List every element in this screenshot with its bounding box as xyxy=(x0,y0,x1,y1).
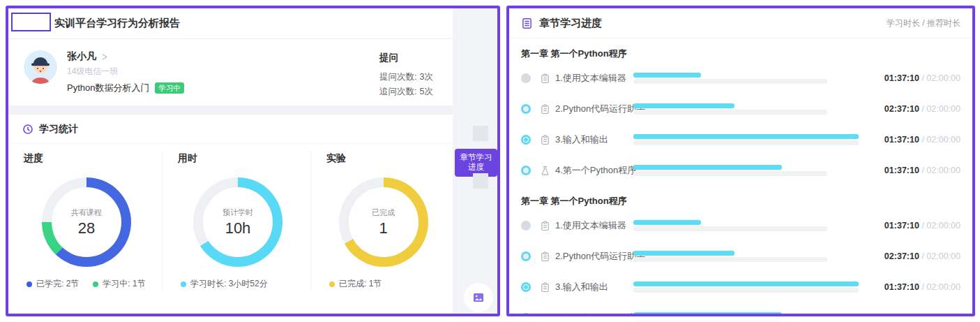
clipboard-icon xyxy=(540,104,551,115)
section-title: 第一章 第一个Python程序 xyxy=(521,45,960,63)
time-value: 01:37:10 / 02:00:00 xyxy=(859,135,960,145)
donut-center-label: 预计学时 xyxy=(223,207,253,218)
progress-bars xyxy=(633,164,859,177)
time-value: 02:37:10 / 02:00:00 xyxy=(859,104,960,114)
study-bar xyxy=(633,281,859,286)
chapter-item-label: 1.使用文本编辑器 xyxy=(555,219,633,232)
status-active-icon xyxy=(521,135,531,145)
study-bar xyxy=(633,134,859,139)
learning-stats-card: 学习统计 进度 共有课程 28 已学完: 2节 学习中: xyxy=(8,115,453,290)
chapter-item[interactable]: 3.输入和输出 01:37:10 / 02:00:00 xyxy=(521,124,960,155)
legend: 已学完: 2节 学习中: 1节 xyxy=(24,278,149,290)
experiment-column: 实验 已完成 1 已完成: 1节 xyxy=(310,152,453,290)
course-row: Python数据分析入门 学习中 xyxy=(67,82,184,94)
chapter-progress-button[interactable]: 章节学习进度 xyxy=(455,149,497,177)
recommend-bar xyxy=(633,79,827,84)
progress-column: 进度 共有课程 28 已学完: 2节 学习中: 1节 xyxy=(8,152,162,290)
status-in-progress-icon xyxy=(521,166,531,175)
clipboard-icon xyxy=(540,251,551,262)
column-label: 用时 xyxy=(178,152,298,165)
stats-columns: 进度 共有课程 28 已学完: 2节 学习中: 1节 xyxy=(8,144,453,290)
panel-title: 章节学习进度 xyxy=(539,17,602,30)
user-card: 张小凡 > 14级电信一班 Python数据分析入门 学习中 提问 提问次数:3… xyxy=(8,39,453,105)
chapter-item[interactable]: 1.使用文本编辑器 01:37:10 / 02:00:00 xyxy=(521,210,960,241)
chapter-progress-panel: 章节学习进度 学习时长 / 推荐时长 第一章 第一个Python程序 1.使用文… xyxy=(506,6,975,316)
time-donut-chart: 预计学时 10h xyxy=(193,177,282,267)
chapter-item[interactable]: 1.使用文本编辑器 01:37:10 / 02:00:00 xyxy=(521,63,960,94)
user-name-link[interactable]: 张小凡 > xyxy=(67,50,184,63)
qa-title: 提问 xyxy=(379,52,433,64)
chapter-item[interactable]: 2.Python代码运行助手 02:37:10 / 02:00:00 xyxy=(521,241,960,272)
chapter-item-label: 1.使用文本编辑器 xyxy=(555,72,633,85)
report-main: 实训平台学习行为分析报告 xyxy=(8,8,453,314)
recommend-bar xyxy=(633,226,827,231)
analysis-report-panel: 实训平台学习行为分析报告 xyxy=(6,6,500,316)
qa-row-followup: 追问次数:5次 xyxy=(379,85,433,99)
study-bar xyxy=(633,312,782,316)
side-strip: 章节学习进度 xyxy=(453,8,497,314)
qa-stats: 提问 提问次数:3次 追问次数:5次 xyxy=(379,50,437,99)
time-value: 02:37:10 / 02:00:00 xyxy=(859,251,960,261)
legend-dot xyxy=(93,281,98,287)
chapter-item-label: 3.输入和输出 xyxy=(555,281,633,293)
time-value: 01:37:10 / 02:00:00 xyxy=(859,166,960,175)
column-label: 进度 xyxy=(24,152,149,165)
chapter-item-label: 3.输入和输出 xyxy=(555,133,633,146)
progress-donut-chart: 共有课程 28 xyxy=(42,177,131,267)
chapter-item[interactable]: 4.第一个Python程序 01:37:10 / 02:00:00 xyxy=(521,302,960,316)
legend: 已完成: 1节 xyxy=(326,278,440,290)
clipboard-icon xyxy=(540,282,551,293)
study-bar xyxy=(633,251,734,256)
status-badge: 学习中 xyxy=(155,82,184,94)
legend-item: 学习时长: 3小时52分 xyxy=(181,278,268,290)
time-value: 01:37:10 / 02:00:00 xyxy=(859,282,960,292)
status-in-progress-icon xyxy=(521,251,531,261)
legend-item: 已学完: 2节 xyxy=(27,278,79,290)
time-value: 01:37:10 / 02:00:00 xyxy=(859,73,960,83)
legend-dot xyxy=(181,281,186,287)
progress-bars xyxy=(633,281,859,293)
recommend-bar xyxy=(633,288,859,293)
progress-bars xyxy=(633,312,859,316)
recommend-bar xyxy=(633,140,859,145)
chapter-item[interactable]: 3.输入和输出 01:37:10 / 02:00:00 xyxy=(521,272,960,302)
chapter-item-label: 2.Python代码运行助手 xyxy=(555,103,633,115)
chapter-list: 第一章 第一个Python程序 1.使用文本编辑器 01:37:10 / 02:… xyxy=(509,45,972,316)
status-pending-icon xyxy=(521,221,531,230)
donut-center-value: 1 xyxy=(379,219,387,237)
legend-item: 学习中: 1节 xyxy=(93,278,145,290)
recommend-bar xyxy=(633,110,827,115)
dashboard-page: 实训平台学习行为分析报告 xyxy=(0,0,980,322)
flask-icon xyxy=(540,313,551,317)
section-divider xyxy=(8,105,453,115)
time-value: 01:37:10 / 02:00:00 xyxy=(859,313,960,316)
clock-icon xyxy=(22,124,33,135)
chapter-item[interactable]: 2.Python代码运行助手 02:37:10 / 02:00:00 xyxy=(521,94,960,124)
qa-row-asked: 提问次数:3次 xyxy=(379,70,433,85)
progress-bars xyxy=(633,72,859,85)
donut-center-label: 共有课程 xyxy=(71,207,102,218)
donut-center-value: 10h xyxy=(225,219,251,237)
document-list-icon xyxy=(521,17,533,29)
user-name: 张小凡 xyxy=(67,50,96,63)
chapter-panel-header: 章节学习进度 学习时长 / 推荐时长 xyxy=(509,8,972,38)
chapter-item[interactable]: 4.第一个Python程序 01:37:10 / 02:00:00 xyxy=(521,155,960,186)
chevron-right-icon: > xyxy=(102,50,107,64)
study-bar xyxy=(633,73,701,78)
user-info: 张小凡 > 14级电信一班 Python数据分析入门 学习中 xyxy=(67,50,184,94)
clipboard-icon xyxy=(540,73,551,84)
clipboard-icon xyxy=(540,135,551,145)
status-in-progress-icon xyxy=(521,104,531,114)
study-bar xyxy=(633,165,782,170)
study-bar xyxy=(633,220,701,225)
study-bar xyxy=(633,103,734,108)
thumbnail-placeholder[interactable] xyxy=(473,173,488,189)
section-title: 第一章 第一个Python程序 xyxy=(521,192,960,210)
thumbnail-placeholder[interactable] xyxy=(473,126,488,141)
column-hint: 学习时长 / 推荐时长 xyxy=(887,17,960,29)
screenshot-button[interactable] xyxy=(464,283,493,312)
stats-header: 学习统计 xyxy=(8,115,453,144)
thumbnail-icon xyxy=(474,293,483,302)
chapter-item-label: 4.第一个Python程序 xyxy=(555,312,633,316)
progress-bars xyxy=(633,219,859,232)
